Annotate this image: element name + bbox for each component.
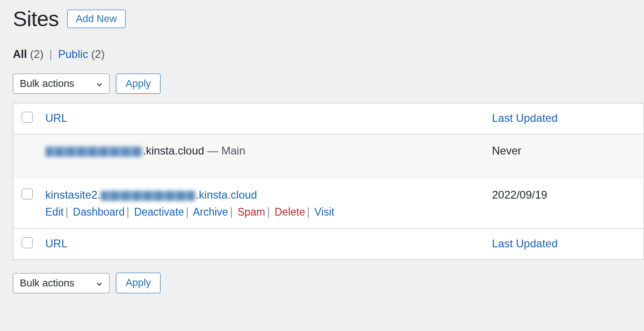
bulk-actions-label: Bulk actions [20, 277, 75, 289]
column-header-url[interactable]: URL [46, 112, 68, 124]
filter-row: All (2) | Public (2) [13, 48, 644, 61]
filter-all-label[interactable]: All [13, 48, 27, 60]
table-row: kinstasite2..kinsta.cloud Edit| Dashboar… [13, 178, 644, 229]
main-site-tag: — Main [204, 144, 245, 157]
site-url[interactable]: kinstasite2..kinsta.cloud [46, 188, 257, 201]
select-all-checkbox-top[interactable] [22, 112, 33, 123]
table-row: .kinsta.cloud — Main Never [13, 134, 644, 178]
action-dashboard[interactable]: Dashboard [73, 206, 125, 218]
last-updated-value: 2022/09/19 [492, 188, 547, 201]
action-edit[interactable]: Edit [46, 206, 64, 218]
action-deactivate[interactable]: Deactivate [134, 206, 184, 218]
last-updated-value: Never [492, 144, 522, 157]
site-url-prefix: kinstasite2. [46, 188, 101, 201]
add-new-button[interactable]: Add New [67, 10, 126, 28]
chevron-down-icon [95, 279, 104, 287]
site-url-suffix: .kinsta.cloud [196, 188, 257, 201]
bulk-actions-label: Bulk actions [20, 78, 75, 90]
bulk-actions-select[interactable]: Bulk actions [13, 74, 109, 94]
column-footer-url[interactable]: URL [46, 237, 68, 250]
action-spam[interactable]: Spam [237, 206, 265, 218]
site-url[interactable]: .kinsta.cloud [143, 144, 204, 157]
blurred-text [46, 147, 142, 157]
filter-public-count: (2) [91, 48, 104, 60]
column-header-last-updated[interactable]: Last Updated [492, 112, 558, 124]
chevron-down-icon [95, 80, 104, 88]
action-delete[interactable]: Delete [275, 206, 305, 218]
bulk-actions-select-bottom[interactable]: Bulk actions [13, 273, 109, 293]
row-checkbox[interactable] [22, 188, 33, 200]
sites-table: URL Last Updated .kinsta.cloud — Main Ne… [13, 103, 644, 260]
blurred-text [101, 191, 195, 201]
select-all-checkbox-bottom[interactable] [22, 237, 33, 248]
action-archive[interactable]: Archive [193, 206, 228, 218]
apply-button-bottom[interactable]: Apply [116, 273, 161, 293]
page-title: Sites [13, 6, 59, 31]
filter-public-link[interactable]: Public [58, 48, 88, 60]
action-visit[interactable]: Visit [315, 206, 334, 218]
row-actions: Edit| Dashboard| Deactivate| Archive| Sp… [46, 206, 484, 218]
column-footer-last-updated[interactable]: Last Updated [492, 237, 558, 250]
filter-all-count: (2) [30, 48, 43, 60]
filter-separator: | [49, 48, 52, 60]
apply-button-top[interactable]: Apply [116, 74, 161, 94]
